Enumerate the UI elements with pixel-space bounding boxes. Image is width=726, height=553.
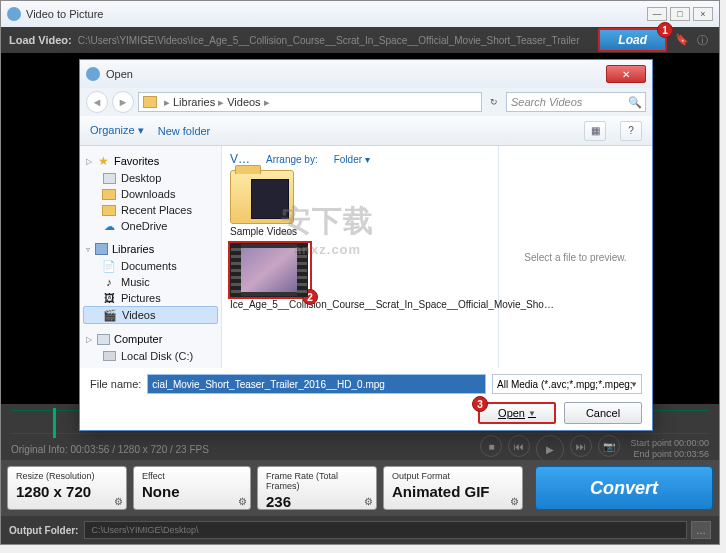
file-pane: V… Arrange by: Folder ▾ Sample Videos 2 … [222, 146, 498, 368]
nav-forward-button[interactable]: ► [112, 91, 134, 113]
breadcrumb-libraries[interactable]: Libraries [173, 96, 215, 108]
star-icon: ★ [96, 154, 110, 168]
file-type-filter[interactable]: All Media (*.avc;*.mpg;*.mpeg;▼ [492, 374, 642, 394]
minimize-button[interactable]: — [647, 7, 667, 21]
start-point-value: 00:00:00 [674, 438, 709, 448]
snapshot-button[interactable]: 📷 [598, 435, 620, 457]
app-titlebar: Video to Picture — □ × [1, 1, 719, 27]
options-bar: Resize (Resolution) 1280 x 720 ⚙ Effect … [1, 460, 719, 516]
effect-option[interactable]: Effect None ⚙ [133, 466, 251, 510]
cloud-icon: ☁ [102, 220, 116, 232]
gear-icon: ⚙ [510, 496, 519, 507]
search-placeholder: Search Videos [511, 96, 582, 108]
filename-input[interactable]: cial_Movie_Short_Teaser_Trailer_2016__HD… [147, 374, 486, 394]
breadcrumb-sep: ▸ [264, 96, 270, 109]
browse-output-button[interactable]: … [691, 521, 711, 539]
filename-label: File name: [90, 378, 141, 390]
play-button[interactable]: ▶ [536, 435, 564, 463]
address-bar[interactable]: ▸ Libraries ▸ Videos ▸ [138, 92, 482, 112]
picture-icon: 🖼 [102, 292, 116, 304]
cancel-button[interactable]: Cancel [564, 402, 642, 424]
format-title: Output Format [392, 471, 514, 481]
maximize-button[interactable]: □ [670, 7, 690, 21]
annotation-badge-1: 1 [657, 22, 673, 38]
sidebar-item-documents[interactable]: 📄Documents [80, 258, 221, 274]
sidebar-item-pictures[interactable]: 🖼Pictures [80, 290, 221, 306]
help-button[interactable]: ? [620, 121, 642, 141]
range-points: Start point 00:00:00 End point 00:03:56 [630, 438, 709, 460]
folder-icon [102, 205, 116, 216]
sidebar-libraries[interactable]: ▿Libraries [80, 240, 221, 258]
refresh-icon[interactable]: ↻ [486, 97, 502, 107]
gear-icon: ⚙ [114, 496, 123, 507]
framerate-option[interactable]: Frame Rate (Total Frames) 236 ⚙ [257, 466, 377, 510]
file-item-folder[interactable]: Sample Videos [230, 170, 490, 237]
library-icon [95, 243, 108, 255]
gear-icon: ⚙ [364, 496, 373, 507]
breadcrumb-videos[interactable]: Videos [227, 96, 260, 108]
format-option[interactable]: Output Format Animated GIF ⚙ [383, 466, 523, 510]
tag-icon[interactable]: 🔖 [675, 33, 689, 47]
stop-button[interactable]: ■ [480, 435, 502, 457]
nav-back-button[interactable]: ◄ [86, 91, 108, 113]
app-window: Video to Picture — □ × Load Video: C:\Us… [0, 0, 720, 545]
file-item-video[interactable]: 2 Ice_Age_5__Collision_Course__Scrat_In_… [230, 237, 348, 311]
next-button[interactable]: ⏭ [570, 435, 592, 457]
breadcrumb-sep: ▸ [164, 96, 170, 109]
convert-button[interactable]: Convert [535, 466, 713, 510]
view-mode-button[interactable]: ▦ [584, 121, 606, 141]
effect-title: Effect [142, 471, 242, 481]
sidebar-item-localdisk[interactable]: Local Disk (C:) [80, 348, 221, 364]
sidebar-computer[interactable]: ▷Computer [80, 330, 221, 348]
folder-thumb-icon [230, 170, 294, 224]
preview-placeholder: Select a file to preview. [524, 252, 626, 263]
new-folder-button[interactable]: New folder [158, 125, 211, 137]
resize-option[interactable]: Resize (Resolution) 1280 x 720 ⚙ [7, 466, 127, 510]
sidebar-item-videos[interactable]: 🎬Videos [83, 306, 218, 324]
resize-value: 1280 x 720 [16, 483, 118, 500]
folder-name: Sample Videos [230, 226, 314, 237]
video-icon: 🎬 [103, 309, 117, 321]
dialog-title: Open [106, 68, 133, 80]
framerate-title: Frame Rate (Total Frames) [266, 471, 368, 491]
search-input[interactable]: Search Videos 🔍 [506, 92, 646, 112]
load-button[interactable]: Load 1 [598, 28, 667, 52]
end-point-value: 00:03:56 [674, 449, 709, 459]
dialog-sidebar: ▷★Favorites Desktop Downloads Recent Pla… [80, 146, 222, 368]
output-folder-label: Output Folder: [9, 525, 78, 536]
location-heading: V… [230, 152, 250, 166]
load-video-bar: Load Video: C:\Users\YIMIGE\Videos\Ice_A… [1, 27, 719, 53]
arrange-by-value[interactable]: Folder ▾ [334, 154, 370, 165]
dialog-footer: File name: cial_Movie_Short_Teaser_Trail… [80, 368, 652, 430]
load-button-label: Load [618, 33, 647, 47]
load-video-label: Load Video: [9, 34, 72, 46]
sidebar-item-desktop[interactable]: Desktop [80, 170, 221, 186]
video-file-name: Ice_Age_5__Collision_Course__Scrat_In_Sp… [230, 299, 348, 311]
folder-icon [102, 189, 116, 200]
video-thumb-icon [230, 243, 308, 297]
info-icon[interactable]: ⓘ [697, 33, 711, 47]
sidebar-favorites[interactable]: ▷★Favorites [80, 152, 221, 170]
organize-menu[interactable]: Organize ▾ [90, 124, 144, 137]
gear-icon: ⚙ [238, 496, 247, 507]
dialog-nav: ◄ ► ▸ Libraries ▸ Videos ▸ ↻ Search Vide… [80, 88, 652, 116]
open-button[interactable]: 3 Open▼ [478, 402, 556, 424]
chevron-down-icon: ▼ [630, 380, 638, 389]
close-button[interactable]: × [693, 7, 713, 21]
document-icon: 📄 [102, 260, 116, 272]
sidebar-item-onedrive[interactable]: ☁OneDrive [80, 218, 221, 234]
end-point-label: End point [633, 449, 671, 459]
music-icon: ♪ [102, 276, 116, 288]
search-icon: 🔍 [628, 96, 642, 109]
disk-icon [103, 351, 116, 361]
timeline-playhead[interactable] [53, 408, 56, 438]
output-folder-path: C:\Users\YIMIGE\Desktop\ [84, 521, 687, 539]
info-bar: Original Info: 00:03:56 / 1280 x 720 / 2… [11, 438, 709, 460]
prev-button[interactable]: ⏮ [508, 435, 530, 457]
dialog-close-button[interactable]: ✕ [606, 65, 646, 83]
sidebar-item-music[interactable]: ♪Music [80, 274, 221, 290]
sidebar-item-recent[interactable]: Recent Places [80, 202, 221, 218]
framerate-value: 236 [266, 493, 368, 510]
sidebar-item-downloads[interactable]: Downloads [80, 186, 221, 202]
app-logo-icon [7, 7, 21, 21]
